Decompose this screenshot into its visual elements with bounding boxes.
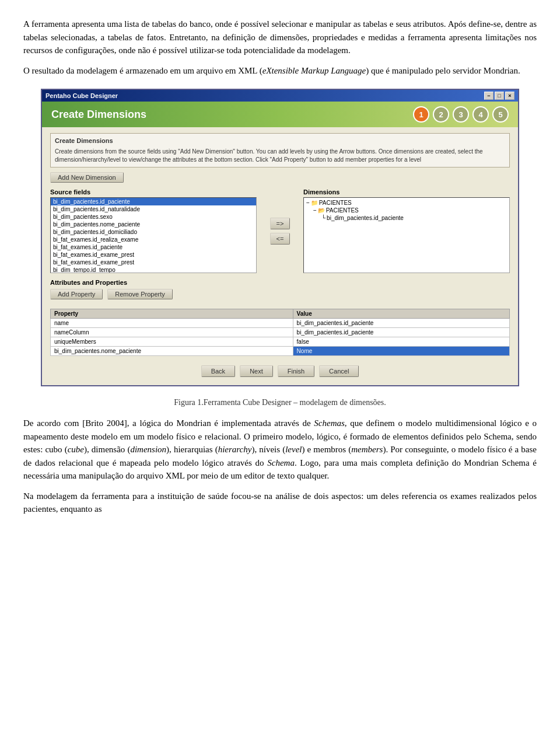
title-bar-buttons: − □ ×	[484, 92, 514, 100]
header-banner: Create Dimensions 1 2 3 4 5	[42, 102, 518, 127]
value-cell-highlighted: Nome	[293, 347, 509, 356]
paragraph-1: A ferramenta apresenta uma lista de tabe…	[23, 18, 537, 57]
list-item[interactable]: bi_dim_pacientes.id_naturalidade	[51, 205, 256, 213]
value-cell: bi_dim_pacientes.id_paciente	[293, 319, 509, 328]
value-cell: false	[293, 337, 509, 347]
list-item[interactable]: bi_dim_tempo.id_tempo	[51, 266, 256, 273]
step-5[interactable]: 5	[492, 106, 509, 123]
tree-expand-icon: −	[306, 200, 310, 206]
paragraph-2: O resultado da modelagem é armazenado em…	[23, 64, 537, 78]
property-column-header: Property	[51, 309, 293, 319]
step-4[interactable]: 4	[473, 106, 489, 123]
app-window: Pentaho Cube Designer − □ × Create Dimen…	[41, 89, 519, 386]
minimize-button[interactable]: −	[484, 92, 494, 100]
dimensions-label: Dimensions	[303, 189, 510, 196]
table-row[interactable]: bi_dim_pacientes.nome_paciente Nome	[51, 347, 510, 356]
table-row[interactable]: name bi_dim_pacientes.id_paciente	[51, 319, 510, 328]
finish-button[interactable]: Finish	[278, 365, 314, 377]
value-column-header: Value	[293, 309, 509, 319]
step-3[interactable]: 3	[453, 106, 469, 123]
table-row[interactable]: nameColumn bi_dim_pacientes.id_paciente	[51, 328, 510, 337]
property-cell: nameColumn	[51, 328, 293, 337]
app-title: Pentaho Cube Designer	[46, 92, 118, 99]
list-item[interactable]: bi_fat_exames.id_exame_prest	[51, 259, 256, 266]
list-item[interactable]: bi_dim_pacientes.nome_paciente	[51, 221, 256, 228]
source-fields-panel: Source fields bi_dim_pacientes.id_pacien…	[50, 189, 257, 273]
attributes-header: Attributes and Properties	[50, 279, 510, 286]
property-cell: bi_dim_pacientes.nome_paciente	[51, 347, 293, 356]
attributes-buttons: Add Property Remove Property	[50, 289, 510, 305]
add-property-button[interactable]: Add Property	[50, 289, 103, 299]
property-cell: name	[51, 319, 293, 328]
list-item[interactable]: bi_fat_exames.id_paciente	[51, 243, 256, 251]
content-area: Create Dimensions Create dimensions from…	[42, 127, 518, 385]
tree-expand-icon: −	[313, 207, 317, 214]
maximize-button[interactable]: □	[495, 92, 504, 100]
header-title: Create Dimensions	[51, 109, 146, 121]
remove-property-button[interactable]: Remove Property	[107, 289, 173, 299]
source-dimensions-section: Source fields bi_dim_pacientes.id_pacien…	[50, 189, 510, 273]
bottom-navigation: Back Next Finish Cancel	[50, 361, 510, 379]
value-cell: bi_dim_pacientes.id_paciente	[293, 328, 509, 337]
attributes-section: Attributes and Properties Add Property R…	[50, 279, 510, 356]
arrow-buttons-panel: => <=	[262, 218, 298, 245]
tree-node-label: PACIENTES	[319, 200, 352, 206]
dimensions-panel: Dimensions − 📁 PACIENTES − 📂 PACIENTES	[303, 189, 510, 273]
list-item[interactable]: bi_fat_exames.id_exame_prest	[51, 251, 256, 259]
close-button[interactable]: ×	[505, 92, 514, 100]
cancel-button[interactable]: Cancel	[319, 365, 359, 377]
back-button[interactable]: Back	[201, 365, 235, 377]
tree-leaf-icon: └	[321, 215, 326, 221]
tree-node-icon: 📁	[311, 200, 318, 206]
tree-node-label: bi_dim_pacientes.id_paciente	[327, 215, 404, 221]
screenshot-wrapper: Pentaho Cube Designer − □ × Create Dimen…	[23, 89, 537, 386]
list-item[interactable]: bi_dim_pacientes.id_domiciliado	[51, 228, 256, 236]
remove-from-dimensions-button[interactable]: <=	[270, 233, 290, 245]
tree-node-pacientes-root[interactable]: − 📁 PACIENTES	[305, 199, 508, 207]
tree-node-pacientes-child[interactable]: − 📂 PACIENTES	[305, 207, 508, 214]
instructions-box: Create Dimensions Create dimensions from…	[50, 133, 510, 167]
list-item[interactable]: bi_dim_pacientes.sexo	[51, 213, 256, 221]
next-button[interactable]: Next	[240, 365, 273, 377]
paragraph-4: Na modelagem da ferramenta para a instit…	[23, 490, 537, 516]
step-indicators: 1 2 3 4 5	[413, 106, 509, 123]
figure-caption: Figura 1.Ferramenta Cube Designer – mode…	[23, 398, 537, 407]
add-new-dimension-button[interactable]: Add New Dimension	[50, 172, 124, 183]
step-1[interactable]: 1	[413, 106, 429, 123]
tree-node-icon: 📂	[318, 207, 325, 214]
instructions-section-header: Create Dimensions	[55, 137, 505, 145]
tree-node-id-paciente[interactable]: └ bi_dim_pacientes.id_paciente	[305, 214, 508, 222]
step-2[interactable]: 2	[433, 106, 449, 123]
paragraph-3: De acordo com [Brito 2004], a lógica do …	[23, 417, 537, 483]
properties-table: Property Value name bi_dim_pacientes.id_…	[50, 309, 510, 356]
tree-node-label: PACIENTES	[326, 207, 359, 214]
source-fields-label: Source fields	[50, 189, 257, 196]
source-fields-list[interactable]: bi_dim_pacientes.id_paciente bi_dim_paci…	[50, 197, 257, 273]
list-item[interactable]: bi_fat_exames.id_realiza_exame	[51, 236, 256, 243]
instructions-text: Create dimensions from the source fields…	[55, 148, 505, 164]
property-cell: uniqueMembers	[51, 337, 293, 347]
title-bar: Pentaho Cube Designer − □ ×	[42, 90, 518, 102]
list-item[interactable]: bi_dim_pacientes.id_paciente	[51, 198, 256, 205]
add-to-dimensions-button[interactable]: =>	[270, 218, 290, 229]
dimensions-tree[interactable]: − 📁 PACIENTES − 📂 PACIENTES └ bi_dim_pac…	[303, 197, 510, 273]
table-row[interactable]: uniqueMembers false	[51, 337, 510, 347]
